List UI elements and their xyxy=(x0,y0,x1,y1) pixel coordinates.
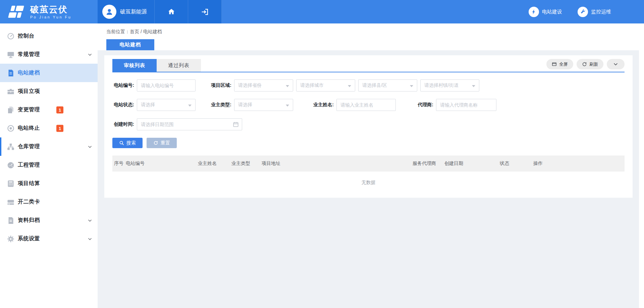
agent-label: 代理商: xyxy=(396,102,433,108)
logout-icon xyxy=(201,8,209,16)
calculator-icon xyxy=(7,180,15,188)
gear-icon xyxy=(7,235,15,243)
user-menu[interactable]: 破茧新能源 xyxy=(98,0,155,23)
owner-type-select[interactable]: 请选择 xyxy=(234,99,293,111)
archive-icon xyxy=(7,217,15,225)
col-owner-name: 业主姓名 xyxy=(198,161,231,167)
sidebar-item-system-settings[interactable]: 系统设置 xyxy=(0,230,98,248)
filter-row-3: 创建时间: xyxy=(112,118,625,130)
filter-actions: 搜索 重置 xyxy=(112,138,625,148)
sidebar-item-project-initiation[interactable]: 项目立项 xyxy=(0,82,98,101)
badge-count: 1 xyxy=(56,125,63,132)
search-button[interactable]: 搜索 xyxy=(112,138,143,148)
col-index: 序号 xyxy=(114,161,126,167)
home-button[interactable] xyxy=(155,0,188,23)
user-icon xyxy=(105,7,114,16)
sidebar-item-console[interactable]: 控制台 xyxy=(0,27,98,45)
lightning-icon xyxy=(531,9,537,15)
gauge-icon xyxy=(7,161,15,169)
col-owner-type: 业主类型 xyxy=(231,161,262,167)
company-name: 破茧新能源 xyxy=(120,8,147,15)
region-label: 项目区域: xyxy=(196,82,231,88)
wrench-icon xyxy=(580,9,586,14)
owner-name-input[interactable] xyxy=(336,99,396,111)
briefcase-icon xyxy=(7,87,15,96)
search-icon xyxy=(119,140,124,145)
document-icon xyxy=(7,69,15,77)
filter-row-1: 电站编号: 项目区域: 请选择省份 请选择城市 请选择县/区 请选择村镇/街道 xyxy=(112,79,625,91)
reset-button[interactable]: 重置 xyxy=(147,138,177,148)
city-select[interactable]: 请选择城市 xyxy=(296,79,355,91)
brand-title: 破茧云伏 xyxy=(30,5,71,14)
nav-monitor-ops-label: 监控运维 xyxy=(591,9,611,15)
col-agent: 服务代理商 xyxy=(413,161,444,167)
brand-subtitle: Po Jian Yun Fu xyxy=(30,15,71,19)
chevron-down-icon xyxy=(613,62,618,67)
station-no-input[interactable] xyxy=(137,79,196,91)
col-address: 项目地址 xyxy=(262,161,413,167)
sidebar-item-engineering-mgmt[interactable]: 工程管理 xyxy=(0,156,98,174)
card-icon xyxy=(7,198,15,206)
breadcrumb-path: 首页 / 电站建档 xyxy=(130,29,162,34)
sitemap-icon xyxy=(7,143,15,151)
station-status-label: 电站状态: xyxy=(112,102,134,108)
avatar[interactable] xyxy=(102,5,116,19)
col-status: 状态 xyxy=(500,161,533,167)
chevron-down-icon xyxy=(88,218,92,223)
sidebar-item-station-filing[interactable]: 电站建档 xyxy=(0,64,98,82)
owner-type-label: 业主类型: xyxy=(196,102,231,108)
nav-station-build-label: 电站建设 xyxy=(542,9,562,15)
page-tab-station-filing[interactable]: 电站建档 xyxy=(106,39,154,50)
fullscreen-icon xyxy=(552,62,557,67)
agent-input[interactable] xyxy=(436,99,496,111)
breadcrumb-prefix: 当前位置： xyxy=(106,29,130,34)
station-no-label: 电站编号: xyxy=(112,82,134,88)
panel-toolbar: 全屏 刷新 xyxy=(546,59,625,69)
sidebar-item-change-mgmt[interactable]: 变更管理 1 xyxy=(0,101,98,119)
province-select[interactable]: 请选择省份 xyxy=(234,79,293,91)
sidebar-item-data-archive[interactable]: 资料归档 xyxy=(0,211,98,230)
date-range-input[interactable] xyxy=(137,118,242,130)
county-select[interactable]: 请选择县/区 xyxy=(358,79,417,91)
table-empty-state: 无数据 xyxy=(112,172,625,194)
refresh-icon xyxy=(582,62,587,67)
col-created-date: 创建日期 xyxy=(444,161,500,167)
sidebar-item-open-card[interactable]: 开二类卡 xyxy=(0,193,98,211)
brand-logo-icon xyxy=(7,4,25,19)
dashboard-icon xyxy=(7,32,15,40)
chevron-down-icon xyxy=(88,144,92,149)
table-header: 序号 电站编号 业主姓名 业主类型 项目地址 服务代理商 创建日期 状态 操作 xyxy=(112,156,625,172)
sidebar-item-station-termination[interactable]: 电站终止 1 xyxy=(0,119,98,137)
station-status-select[interactable]: 请选择 xyxy=(137,99,196,111)
sidebar-item-project-settlement[interactable]: 项目结算 xyxy=(0,174,98,193)
monitor-icon xyxy=(7,51,15,59)
scrollbar-track[interactable] xyxy=(639,50,644,308)
content-panel: 全屏 刷新 审核列表 通过列表 电站编号: 项目区域: 请选择省份 xyxy=(104,55,633,198)
col-actions: 操作 xyxy=(533,161,543,167)
breadcrumb: 当前位置：首页 / 电站建档 xyxy=(106,29,162,35)
created-time-label: 创建时间: xyxy=(112,121,134,127)
col-station-no: 电站编号 xyxy=(126,161,198,167)
chevron-down-icon xyxy=(88,52,92,57)
chevron-down-icon xyxy=(88,237,92,241)
reset-icon xyxy=(153,140,158,145)
sidebar: 控制台 常规管理 电站建档 项目立项 变更管理 1 电站终止 1 xyxy=(0,23,98,308)
collapse-button[interactable] xyxy=(607,59,625,69)
filter-row-2: 电站状态: 请选择 业主类型: 请选择 业主姓名: 代理商: xyxy=(112,99,625,111)
sidebar-item-general-mgmt[interactable]: 常规管理 xyxy=(0,45,98,64)
nav-station-build[interactable]: 电站建设 xyxy=(529,7,562,17)
target-icon xyxy=(7,124,15,132)
tab-review-list[interactable]: 审核列表 xyxy=(112,59,157,72)
badge-count: 1 xyxy=(56,106,63,113)
logout-button[interactable] xyxy=(188,0,222,23)
town-select[interactable]: 请选择村镇/街道 xyxy=(420,79,479,91)
copy-icon xyxy=(7,106,15,114)
nav-monitor-ops[interactable]: 监控运维 xyxy=(578,7,611,17)
app-header: 破茧云伏 Po Jian Yun Fu 破茧新能源 xyxy=(0,0,644,23)
fullscreen-button[interactable]: 全屏 xyxy=(546,59,573,69)
refresh-button[interactable]: 刷新 xyxy=(577,59,603,69)
breadcrumb-band: 当前位置：首页 / 电站建档 电站建档 xyxy=(98,23,644,50)
tab-passed-list[interactable]: 通过列表 xyxy=(157,59,201,72)
home-icon xyxy=(167,8,175,16)
sidebar-item-warehouse-mgmt[interactable]: 仓库管理 xyxy=(0,137,98,156)
